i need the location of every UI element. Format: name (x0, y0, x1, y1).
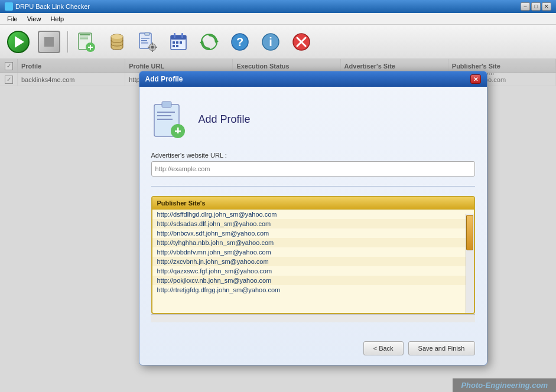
svg-rect-10 (145, 32, 149, 35)
exit-icon (290, 31, 313, 53)
svg-rect-28 (176, 45, 178, 47)
svg-rect-21 (171, 35, 186, 40)
svg-rect-3 (80, 38, 88, 40)
publisher-sites-container: Publisher Site's http://dsffdlhgd.dlrg.j… (151, 196, 475, 314)
publisher-site-item: http://tyhghha.nbb.john_sm@yahoo.com (152, 238, 474, 247)
play-button[interactable] (5, 28, 32, 55)
dialog-title: Add Profile (145, 75, 183, 83)
dialog-titlebar: Add Profile ✕ (139, 71, 487, 87)
publisher-site-item: http://bnbcvx.sdf.john_sm@yahoo.com (152, 228, 474, 238)
settings-icon (136, 31, 159, 53)
toolbar: ? i (0, 25, 556, 59)
clipboard-add-icon (151, 99, 187, 140)
app-title: DRPU Back Link Checker (15, 3, 90, 10)
url-field-label: Advertiser's website URL : (151, 152, 475, 159)
update-button[interactable] (196, 28, 223, 55)
menu-view[interactable]: View (22, 14, 46, 24)
svg-rect-22 (174, 33, 175, 38)
svg-rect-27 (173, 45, 175, 47)
dialog-close-button[interactable]: ✕ (470, 74, 481, 84)
svg-point-15 (151, 45, 154, 48)
stop-icon (38, 31, 60, 53)
publisher-site-item: http://dsffdlhgd.dlrg.john_sm@yahoo.com (152, 210, 474, 219)
url-input[interactable] (151, 161, 475, 177)
menu-help[interactable]: Help (45, 14, 69, 24)
schedule-icon (167, 31, 190, 53)
minimize-button[interactable]: – (521, 2, 530, 11)
settings-button[interactable] (134, 28, 161, 55)
publisher-site-item: http://qazxswc.fgf.john_sm@yahoo.com (152, 266, 474, 276)
maximize-button[interactable]: □ (531, 2, 541, 11)
stop-button[interactable] (35, 28, 63, 55)
svg-text:i: i (269, 35, 272, 48)
svg-rect-26 (180, 41, 182, 44)
app-icon (5, 2, 13, 11)
save-finish-button[interactable]: Save and Finish (408, 341, 475, 355)
svg-rect-24 (173, 41, 175, 44)
schedule-button[interactable] (165, 28, 192, 55)
svg-rect-16 (152, 43, 153, 45)
svg-rect-17 (152, 50, 153, 52)
svg-rect-2 (80, 37, 88, 38)
close-window-button[interactable]: ✕ (542, 2, 551, 11)
add-profile-dialog: Add Profile ✕ (139, 71, 487, 365)
menu-bar: File View Help (0, 13, 556, 25)
database-icon (106, 31, 128, 53)
dialog-header: Add Profile (151, 99, 475, 140)
svg-point-29 (201, 34, 217, 50)
publisher-site-item: http://vbbdnfv.mn.john_sm@yahoo.com (152, 247, 474, 257)
svg-rect-6 (90, 45, 91, 50)
svg-rect-1 (80, 34, 90, 35)
divider (151, 186, 475, 187)
svg-rect-19 (155, 47, 157, 48)
play-icon (7, 31, 30, 53)
help-button[interactable]: ? (226, 28, 253, 55)
svg-rect-25 (176, 41, 178, 44)
vertical-scrollbar[interactable] (466, 214, 474, 313)
dialog-footer: < Back Save and Finish (139, 334, 487, 365)
svg-text:?: ? (236, 35, 243, 48)
publisher-site-item: http://pokjkxcv.nb.john_sm@yahoo.com (152, 276, 474, 285)
publisher-sites-header: Publisher Site's (152, 197, 474, 210)
menu-file[interactable]: File (2, 14, 22, 24)
publisher-sites-list[interactable]: http://dsffdlhgd.dlrg.john_sm@yahoo.comh… (152, 210, 474, 311)
add-profile-button[interactable] (73, 28, 100, 55)
back-button[interactable]: < Back (363, 341, 404, 355)
dialog-body: Add Profile Advertiser's website URL : P… (139, 87, 487, 334)
svg-rect-11 (141, 38, 149, 39)
title-bar: DRPU Back Link Checker – □ ✕ (0, 0, 556, 13)
svg-rect-13 (141, 43, 148, 44)
info-icon: i (259, 31, 282, 53)
dialog-header-title: Add Profile (199, 113, 251, 126)
svg-rect-12 (141, 40, 147, 41)
scrollbar-thumb[interactable] (466, 215, 473, 250)
svg-rect-43 (157, 119, 173, 120)
svg-rect-41 (157, 112, 175, 113)
update-icon (198, 31, 220, 53)
main-content: ✓ Profile Profile URL Execution Status A… (0, 59, 556, 392)
publisher-site-item: http://zxcvbnh.jn.john_sm@yahoo.com (152, 257, 474, 266)
exit-button[interactable] (288, 28, 315, 55)
svg-point-8 (111, 34, 123, 39)
help-icon: ? (229, 31, 251, 53)
svg-rect-23 (181, 33, 183, 38)
horizontal-scrollbar[interactable] (151, 314, 475, 322)
publisher-site-item: http://rtretjgfdg.dfrgg.john_sm@yahoo.co… (152, 285, 474, 295)
svg-rect-40 (162, 102, 171, 107)
add-profile-icon (75, 31, 97, 53)
separator-1 (67, 31, 68, 53)
info-button[interactable]: i (257, 28, 284, 55)
svg-rect-46 (177, 128, 179, 133)
window-controls: – □ ✕ (521, 2, 551, 11)
database-button[interactable] (103, 28, 131, 55)
publisher-site-item: http://sdsadas.dlf.john_sm@yahoo.com (152, 219, 474, 228)
svg-rect-18 (148, 47, 150, 48)
svg-rect-42 (157, 115, 171, 116)
